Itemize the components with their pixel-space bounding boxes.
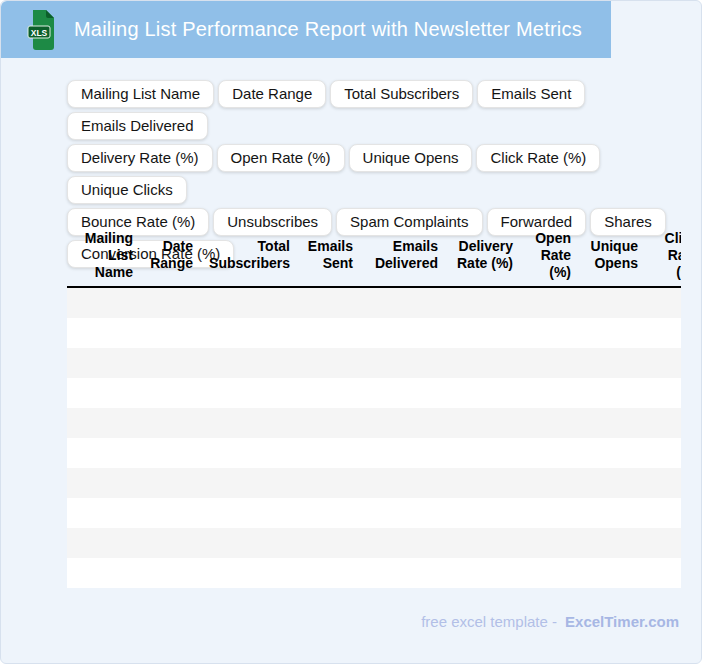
table-cell [67, 348, 141, 378]
table-cell [521, 528, 579, 558]
table-cell [361, 348, 446, 378]
table-cell [201, 378, 298, 408]
table-cell [521, 348, 579, 378]
chip-mailing-list-name[interactable]: Mailing List Name [67, 80, 214, 108]
table-cell [67, 378, 141, 408]
table-row [67, 468, 681, 498]
table-cell [361, 318, 446, 348]
table-cell [298, 408, 361, 438]
chip-total-subscribers[interactable]: Total Subscribers [330, 80, 473, 108]
table-cell [67, 438, 141, 468]
col-header-unique-opens: Unique Opens [579, 226, 646, 287]
table-cell [298, 498, 361, 528]
table-cell [521, 408, 579, 438]
col-header-mailing-list-name: Mailing List Name [67, 226, 141, 287]
header-bar: XLS Mailing List Performance Report with… [1, 1, 611, 58]
table-cell [141, 348, 201, 378]
table-row [67, 348, 681, 378]
chip-open-rate[interactable]: Open Rate (%) [217, 144, 345, 172]
table-cell [446, 408, 521, 438]
table-cell [298, 558, 361, 588]
table-cell [446, 378, 521, 408]
table-cell [67, 318, 141, 348]
table-cell [298, 348, 361, 378]
table-cell [361, 498, 446, 528]
table-row [67, 318, 681, 348]
table-header-row: Mailing List NameDate RangeTotal Subscri… [67, 226, 681, 287]
footer-text: free excel template - [421, 613, 557, 630]
table-cell [201, 408, 298, 438]
table-cell [646, 408, 681, 438]
table-cell [521, 438, 579, 468]
table-cell [446, 318, 521, 348]
table-cell [201, 318, 298, 348]
table-cell [201, 287, 298, 318]
table-cell [141, 438, 201, 468]
table-cell [446, 348, 521, 378]
table-cell [361, 528, 446, 558]
table-cell [141, 378, 201, 408]
table-cell [361, 408, 446, 438]
table-cell [67, 528, 141, 558]
table-cell [361, 378, 446, 408]
table-cell [201, 528, 298, 558]
chip-date-range[interactable]: Date Range [218, 80, 326, 108]
table-cell [646, 318, 681, 348]
table-cell [141, 408, 201, 438]
metrics-table: Mailing List NameDate RangeTotal Subscri… [67, 226, 681, 588]
table-cell [446, 528, 521, 558]
col-header-click-rate: Click Rate (%) [646, 226, 681, 287]
table-cell [446, 438, 521, 468]
table-row [67, 558, 681, 588]
chip-click-rate[interactable]: Click Rate (%) [476, 144, 600, 172]
table-container: Mailing List NameDate RangeTotal Subscri… [67, 226, 681, 588]
chip-emails-delivered[interactable]: Emails Delivered [67, 112, 208, 140]
page: XLS Mailing List Performance Report with… [0, 0, 702, 664]
table-header: Mailing List NameDate RangeTotal Subscri… [67, 226, 681, 287]
xls-icon-label: XLS [31, 27, 48, 37]
table-cell [67, 408, 141, 438]
table-cell [361, 468, 446, 498]
table-cell [361, 558, 446, 588]
table-cell [201, 468, 298, 498]
table-cell [361, 438, 446, 468]
table-cell [521, 318, 579, 348]
table-cell [201, 558, 298, 588]
table-cell [579, 498, 646, 528]
table-cell [521, 287, 579, 318]
table-cell [646, 287, 681, 318]
table-cell [201, 498, 298, 528]
table-cell [298, 528, 361, 558]
table-cell [521, 378, 579, 408]
col-header-emails-sent: Emails Sent [298, 226, 361, 287]
footer-brand-link[interactable]: ExcelTimer.com [565, 613, 679, 630]
chip-delivery-rate[interactable]: Delivery Rate (%) [67, 144, 213, 172]
table-cell [579, 318, 646, 348]
chip-emails-sent[interactable]: Emails Sent [477, 80, 585, 108]
table-cell [579, 558, 646, 588]
table-cell [446, 287, 521, 318]
table-cell [646, 558, 681, 588]
table-body [67, 287, 681, 588]
table-cell [446, 468, 521, 498]
table-cell [646, 438, 681, 468]
table-cell [579, 528, 646, 558]
table-row [67, 408, 681, 438]
footer: free excel template -ExcelTimer.com [421, 613, 679, 630]
table-cell [446, 558, 521, 588]
table-cell [298, 287, 361, 318]
table-cell [646, 498, 681, 528]
table-row [67, 438, 681, 468]
table-cell [521, 558, 579, 588]
table-cell [141, 498, 201, 528]
table-cell [579, 378, 646, 408]
table-cell [141, 318, 201, 348]
table-cell [141, 468, 201, 498]
col-header-total-subscribers: Total Subscribers [201, 226, 298, 287]
table-cell [298, 468, 361, 498]
chip-unique-clicks[interactable]: Unique Clicks [67, 176, 187, 204]
table-cell [298, 318, 361, 348]
table-cell [298, 378, 361, 408]
table-cell [579, 468, 646, 498]
chip-unique-opens[interactable]: Unique Opens [349, 144, 473, 172]
